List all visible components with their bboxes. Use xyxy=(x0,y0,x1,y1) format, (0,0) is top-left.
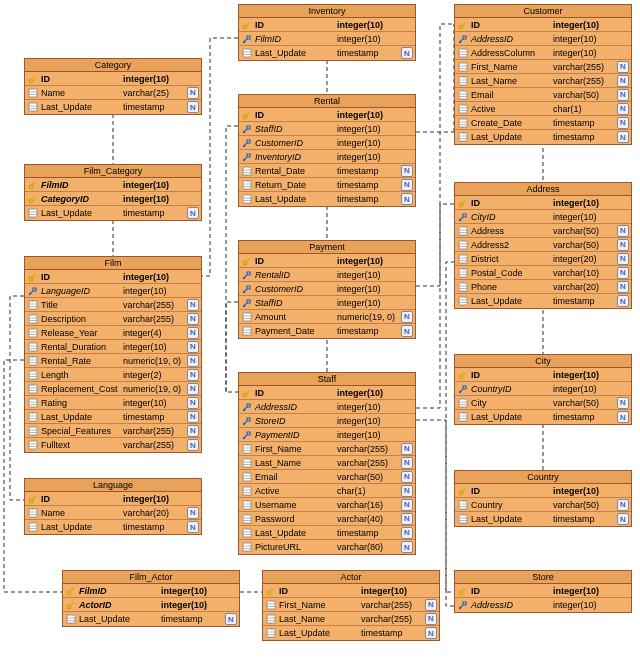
column-row[interactable]: Lengthinteger(2)N xyxy=(25,368,201,382)
column-row[interactable]: IDinteger(10) xyxy=(455,196,631,210)
entity-inventory[interactable]: InventoryIDinteger(10)FilmIDinteger(10)L… xyxy=(238,4,416,61)
column-row[interactable]: Last_UpdatetimestampN xyxy=(25,520,201,534)
column-row[interactable]: Last_Namevarchar(255)N xyxy=(263,612,439,626)
entity-store[interactable]: StoreIDinteger(10)AddressIDinteger(10) xyxy=(454,570,632,613)
entity-country[interactable]: CountryIDinteger(10)Countryvarchar(50)NL… xyxy=(454,470,632,527)
column-row[interactable]: Emailvarchar(50)N xyxy=(455,88,631,102)
column-row[interactable]: IDinteger(10) xyxy=(25,72,201,86)
entity-payment[interactable]: PaymentIDinteger(10)RentalIDinteger(10)C… xyxy=(238,240,416,339)
entity-film[interactable]: FilmIDinteger(10)LanguageIDinteger(10)Ti… xyxy=(24,256,202,453)
column-row[interactable]: Activechar(1)N xyxy=(455,102,631,116)
entity-rental[interactable]: RentalIDinteger(10)StaffIDinteger(10)Cus… xyxy=(238,94,416,207)
column-row[interactable]: IDinteger(10) xyxy=(455,484,631,498)
column-row[interactable]: Titlevarchar(255)N xyxy=(25,298,201,312)
column-row[interactable]: Namevarchar(20)N xyxy=(25,506,201,520)
column-row[interactable]: Usernamevarchar(16)N xyxy=(239,498,415,512)
column-row[interactable]: FilmIDinteger(10) xyxy=(25,178,201,192)
entity-language[interactable]: LanguageIDinteger(10)Namevarchar(20)NLas… xyxy=(24,478,202,535)
column-row[interactable]: Postal_Codevarchar(10)N xyxy=(455,266,631,280)
column-row[interactable]: Last_UpdatetimestampN xyxy=(239,46,415,60)
column-row[interactable]: Last_UpdatetimestampN xyxy=(455,130,631,144)
column-row[interactable]: Activechar(1)N xyxy=(239,484,415,498)
column-name: ID xyxy=(253,256,337,266)
entity-staff[interactable]: StaffIDinteger(10)AddressIDinteger(10)St… xyxy=(238,372,416,555)
column-row[interactable]: Last_Namevarchar(255)N xyxy=(455,74,631,88)
column-row[interactable]: AddressColumninteger(10) xyxy=(455,46,631,60)
column-row[interactable]: First_Namevarchar(255)N xyxy=(263,598,439,612)
column-row[interactable]: AddressIDinteger(10) xyxy=(455,32,631,46)
column-row[interactable]: Last_UpdatetimestampN xyxy=(25,206,201,220)
column-row[interactable]: Passwordvarchar(40)N xyxy=(239,512,415,526)
column-row[interactable]: StaffIDinteger(10) xyxy=(239,296,415,310)
column-row[interactable]: Create_DatetimestampN xyxy=(455,116,631,130)
column-row[interactable]: Rental_Ratenumeric(19, 0)N xyxy=(25,354,201,368)
column-row[interactable]: Payment_DatetimestampN xyxy=(239,324,415,338)
entity-address[interactable]: AddressIDinteger(10)CityIDinteger(10)Add… xyxy=(454,182,632,309)
column-row[interactable]: LanguageIDinteger(10) xyxy=(25,284,201,298)
column-row[interactable]: StaffIDinteger(10) xyxy=(239,122,415,136)
column-name: Release_Year xyxy=(39,328,123,338)
column-row[interactable]: Address2varchar(50)N xyxy=(455,238,631,252)
column-row[interactable]: Last_UpdatetimestampN xyxy=(455,512,631,526)
column-row[interactable]: Emailvarchar(50)N xyxy=(239,470,415,484)
column-row[interactable]: Phonevarchar(20)N xyxy=(455,280,631,294)
column-row[interactable]: Last_UpdatetimestampN xyxy=(263,626,439,640)
column-row[interactable]: AddressIDinteger(10) xyxy=(455,598,631,612)
column-row[interactable]: IDinteger(10) xyxy=(239,18,415,32)
column-row[interactable]: FilmIDinteger(10) xyxy=(239,32,415,46)
column-row[interactable]: PictureURLvarchar(80)N xyxy=(239,540,415,554)
column-row[interactable]: Last_UpdatetimestampN xyxy=(25,410,201,424)
column-row[interactable]: Namevarchar(25)N xyxy=(25,86,201,100)
column-row[interactable]: CityIDinteger(10) xyxy=(455,210,631,224)
column-row[interactable]: IDinteger(10) xyxy=(455,584,631,598)
entity-city[interactable]: CityIDinteger(10)CountryIDinteger(10)Cit… xyxy=(454,354,632,425)
column-row[interactable]: First_Namevarchar(255)N xyxy=(239,442,415,456)
column-row[interactable]: Ratinginteger(10)N xyxy=(25,396,201,410)
column-row[interactable]: Last_UpdatetimestampN xyxy=(25,100,201,114)
column-row[interactable]: Last_UpdatetimestampN xyxy=(455,294,631,308)
column-row[interactable]: IDinteger(10) xyxy=(239,108,415,122)
column-row[interactable]: Rental_DatetimestampN xyxy=(239,164,415,178)
entity-film_actor[interactable]: Film_ActorFilmIDinteger(10)ActorIDintege… xyxy=(62,570,240,627)
column-row[interactable]: IDinteger(10) xyxy=(25,492,201,506)
column-row[interactable]: IDinteger(10) xyxy=(455,368,631,382)
column-row[interactable]: Return_DatetimestampN xyxy=(239,178,415,192)
column-row[interactable]: Last_UpdatetimestampN xyxy=(239,526,415,540)
column-row[interactable]: Amountnumeric(19, 0)N xyxy=(239,310,415,324)
column-row[interactable]: Addressvarchar(50)N xyxy=(455,224,631,238)
column-row[interactable]: PaymentIDinteger(10) xyxy=(239,428,415,442)
entity-customer[interactable]: CustomerIDinteger(10)AddressIDinteger(10… xyxy=(454,4,632,145)
column-row[interactable]: Descriptionvarchar(255)N xyxy=(25,312,201,326)
column-row[interactable]: Release_Yearinteger(4)N xyxy=(25,326,201,340)
column-row[interactable]: Rental_Durationinteger(10)N xyxy=(25,340,201,354)
column-row[interactable]: Countryvarchar(50)N xyxy=(455,498,631,512)
column-row[interactable]: Last_UpdatetimestampN xyxy=(455,410,631,424)
column-row[interactable]: RentalIDinteger(10) xyxy=(239,268,415,282)
column-row[interactable]: IDinteger(10) xyxy=(239,254,415,268)
column-row[interactable]: ActorIDinteger(10) xyxy=(63,598,239,612)
entity-category[interactable]: CategoryIDinteger(10)Namevarchar(25)NLas… xyxy=(24,58,202,115)
column-row[interactable]: AddressIDinteger(10) xyxy=(239,400,415,414)
column-row[interactable]: Last_UpdatetimestampN xyxy=(239,192,415,206)
column-row[interactable]: Special_Featuresvarchar(255)N xyxy=(25,424,201,438)
column-row[interactable]: CustomerIDinteger(10) xyxy=(239,136,415,150)
entity-actor[interactable]: ActorIDinteger(10)First_Namevarchar(255)… xyxy=(262,570,440,641)
column-row[interactable]: FilmIDinteger(10) xyxy=(63,584,239,598)
column-row[interactable]: CustomerIDinteger(10) xyxy=(239,282,415,296)
column-row[interactable]: IDinteger(10) xyxy=(239,386,415,400)
column-row[interactable]: CountryIDinteger(10) xyxy=(455,382,631,396)
column-row[interactable]: CategoryIDinteger(10) xyxy=(25,192,201,206)
column-row[interactable]: Replacement_Costnumeric(19, 0)N xyxy=(25,382,201,396)
column-row[interactable]: Districtinteger(20)N xyxy=(455,252,631,266)
column-row[interactable]: IDinteger(10) xyxy=(25,270,201,284)
column-row[interactable]: InventoryIDinteger(10) xyxy=(239,150,415,164)
column-row[interactable]: Fulltextvarchar(255)N xyxy=(25,438,201,452)
column-row[interactable]: Last_UpdatetimestampN xyxy=(63,612,239,626)
column-row[interactable]: IDinteger(10) xyxy=(455,18,631,32)
entity-film_category[interactable]: Film_CategoryFilmIDinteger(10)CategoryID… xyxy=(24,164,202,221)
column-row[interactable]: IDinteger(10) xyxy=(263,584,439,598)
column-row[interactable]: Cityvarchar(50)N xyxy=(455,396,631,410)
column-row[interactable]: First_Namevarchar(255)N xyxy=(455,60,631,74)
column-row[interactable]: Last_Namevarchar(255)N xyxy=(239,456,415,470)
column-row[interactable]: StoreIDinteger(10) xyxy=(239,414,415,428)
